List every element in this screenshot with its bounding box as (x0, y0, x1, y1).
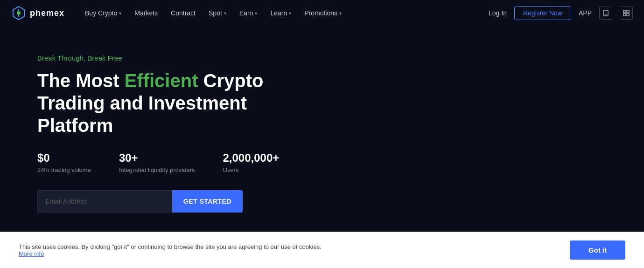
learn-chevron-icon: ▾ (289, 11, 291, 16)
phemex-logo-icon (11, 6, 26, 21)
spot-chevron-icon: ▾ (224, 11, 226, 16)
phone-icon[interactable] (599, 7, 612, 20)
hero-form: GET STARTED (37, 190, 243, 213)
nav-buy-crypto[interactable]: Buy Crypto ▾ (79, 6, 127, 21)
logo-link[interactable]: phemex (11, 6, 64, 21)
earn-chevron-icon: ▾ (255, 11, 257, 16)
cookie-got-it-button[interactable]: Got it (570, 241, 625, 260)
nav-promotions[interactable]: Promotions ▾ (299, 6, 347, 21)
buy-crypto-chevron-icon: ▾ (119, 11, 121, 16)
nav-learn[interactable]: Learn ▾ (265, 6, 297, 21)
svg-rect-8 (623, 14, 626, 16)
hero-stats: $0 24hr trading volume 30+ Integrated li… (37, 151, 607, 173)
nav-earn[interactable]: Earn ▾ (234, 6, 263, 21)
nav-spot[interactable]: Spot ▾ (203, 6, 232, 21)
svg-rect-7 (627, 10, 629, 13)
cookie-banner: This site uses cookies. By clicking "got… (0, 232, 644, 268)
stat-trading-volume: $0 24hr trading volume (37, 151, 91, 173)
nav-markets[interactable]: Markets (129, 6, 163, 21)
promotions-chevron-icon: ▾ (339, 11, 342, 16)
navbar: phemex Buy Crypto ▾ Markets Contract Spo… (0, 0, 644, 26)
get-started-button[interactable]: GET STARTED (172, 190, 243, 213)
nav-contract[interactable]: Contract (165, 6, 201, 21)
nav-links: Buy Crypto ▾ Markets Contract Spot ▾ Ear… (79, 6, 489, 21)
svg-point-1 (17, 11, 21, 15)
login-button[interactable]: Log In (489, 9, 507, 17)
register-button[interactable]: Register Now (514, 6, 571, 20)
cookie-text: This site uses cookies. By clicking "got… (19, 243, 551, 257)
svg-rect-5 (605, 14, 607, 15)
grid-icon[interactable] (620, 7, 633, 20)
svg-rect-9 (627, 14, 629, 16)
hero-title: The Most Efficient Crypto Trading and In… (37, 69, 280, 137)
hero-subtitle: Break Through, Break Free (37, 54, 607, 62)
stat-users: 2,000,000+ Users (223, 151, 280, 173)
hero-section: Break Through, Break Free The Most Effic… (0, 26, 644, 241)
email-input[interactable] (37, 190, 172, 213)
app-link[interactable]: APP (579, 9, 592, 17)
logo-text: phemex (30, 8, 64, 18)
nav-right: Log In Register Now APP (489, 6, 633, 20)
stat-liquidity-providers: 30+ Integrated liquidity providers (119, 151, 195, 173)
svg-rect-6 (623, 10, 626, 13)
cookie-more-info-link[interactable]: More info (19, 250, 44, 257)
